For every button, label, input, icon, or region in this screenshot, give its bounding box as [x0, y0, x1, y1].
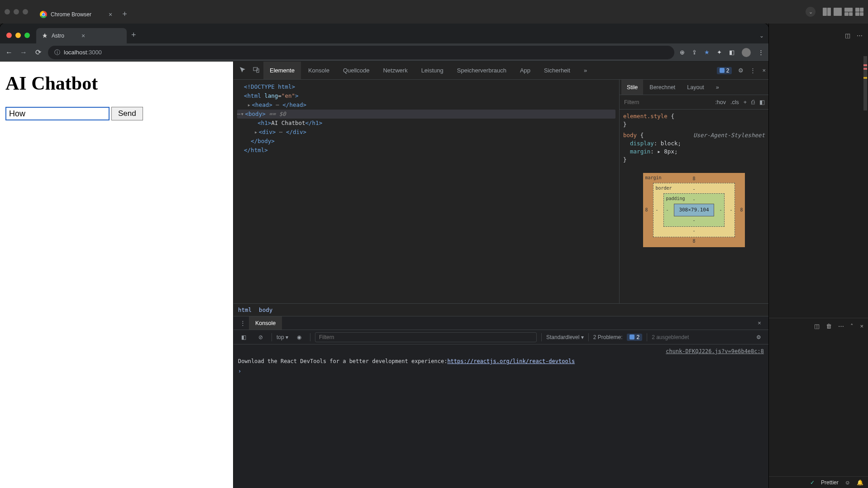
browser-window: Astro × + ⌄ ← → ⟳ ⓘ localhost:3000 ⊕ ⇪ ★… [0, 24, 768, 488]
window-max-icon[interactable] [24, 33, 30, 38]
dom-line[interactable]: <h1> [258, 120, 271, 126]
status-bell-icon[interactable]: 🔔 [857, 479, 863, 486]
console-settings-icon[interactable]: ⚙ [752, 334, 765, 340]
styles-tab-more[interactable]: » [711, 80, 725, 95]
minimap[interactable] [863, 56, 867, 192]
nav-back-button[interactable]: ← [5, 48, 14, 57]
live-expression-icon[interactable]: ◉ [293, 334, 305, 340]
browser-tab-active[interactable]: Astro × [36, 28, 127, 43]
profile-avatar-icon[interactable] [742, 48, 751, 57]
traffic-min-icon[interactable] [14, 9, 19, 14]
terminal-close-icon[interactable]: × [860, 323, 863, 330]
console-message-link[interactable]: https://reactjs.org/link/react-devtools [447, 357, 575, 365]
css-rule[interactable]: body [623, 132, 637, 139]
zoom-icon[interactable]: ⊕ [680, 49, 685, 56]
browser-tab-close-icon[interactable]: × [81, 32, 85, 39]
dom-line[interactable]: <head> [252, 101, 272, 108]
share-icon[interactable]: ⇪ [692, 49, 697, 56]
bookmark-icon[interactable]: ★ [704, 49, 710, 56]
dom-line[interactable]: </html> [244, 147, 268, 153]
terminal-up-icon[interactable]: ˄ [850, 323, 854, 330]
css-rule[interactable]: element.style [623, 113, 668, 120]
browser-tabs-chevron-icon[interactable]: ⌄ [759, 33, 764, 39]
terminal-trash-icon[interactable]: 🗑 [826, 323, 832, 330]
traffic-close-icon[interactable] [5, 9, 10, 14]
dom-tree[interactable]: <!DOCTYPE html> <html lang="en"> ▸<head>… [234, 80, 619, 303]
status-feedback-icon[interactable]: ☺ [845, 479, 850, 486]
window-min-icon[interactable] [15, 33, 21, 38]
console-filter-input[interactable] [315, 332, 537, 342]
console-prompt[interactable]: › [234, 366, 768, 376]
issues-badge[interactable]: 2 [717, 67, 732, 74]
send-button[interactable]: Send [111, 107, 143, 120]
tab-sources[interactable]: Quellcode [337, 62, 376, 79]
url-bar[interactable]: ⓘ localhost:3000 [48, 46, 674, 59]
tab-more[interactable]: » [577, 62, 593, 79]
sidepanel-icon[interactable]: ◧ [729, 49, 734, 56]
outer-account-chevron-icon[interactable]: ⌄ [806, 7, 816, 17]
layout-split-h-icon[interactable] [823, 8, 831, 16]
editor-layout-icon[interactable]: ◫ [845, 32, 850, 39]
console-sidebar-icon[interactable]: ◧ [237, 334, 250, 340]
cls-toggle[interactable]: .cls [730, 99, 739, 105]
layout-grid-icon[interactable] [855, 8, 863, 16]
breadcrumb-item[interactable]: html [238, 306, 252, 313]
traffic-max-icon[interactable] [23, 9, 28, 14]
nav-forward-button[interactable]: → [19, 48, 28, 57]
console-output[interactable]: chunk-DFKQJ226.js?v=9e6b4e8c:8 Download … [234, 344, 768, 488]
devtools-settings-icon[interactable]: ⚙ [738, 67, 744, 74]
dom-line[interactable]: <html [244, 92, 264, 99]
log-level-select[interactable]: Standardlevel ▾ [546, 334, 584, 340]
problems-badge[interactable]: 2 [627, 334, 642, 341]
status-prettier[interactable]: Prettier [821, 479, 839, 486]
nav-reload-button[interactable]: ⟳ [33, 48, 43, 57]
tab-network[interactable]: Netzwerk [377, 62, 414, 79]
extensions-icon[interactable]: ✦ [717, 49, 722, 56]
drawer-close-icon[interactable]: × [753, 320, 766, 326]
layout-single-icon[interactable] [834, 8, 842, 16]
console-context-select[interactable]: top ▾ [277, 334, 288, 340]
device-toolbar-icon[interactable] [250, 66, 262, 75]
outer-new-tab-button[interactable]: + [122, 10, 127, 19]
editor-more-icon[interactable]: ⋯ [857, 32, 863, 39]
dom-line-selected[interactable]: <body> [245, 110, 266, 117]
tab-console[interactable]: Konsole [302, 62, 336, 79]
styles-filter-input[interactable] [623, 99, 711, 106]
styles-panel-icon[interactable]: ◧ [759, 99, 765, 105]
styles-tab-styles[interactable]: Stile [621, 80, 643, 95]
dom-line[interactable]: </body> [251, 138, 275, 144]
chrome-logo-icon [40, 11, 47, 18]
drawer-tab-console[interactable]: Konsole [249, 316, 282, 330]
styles-tab-computed[interactable]: Berechnet [644, 80, 681, 95]
devtools-menu-icon[interactable]: ⋮ [750, 67, 756, 74]
terminal-split-icon[interactable]: ◫ [814, 323, 820, 330]
tab-elements[interactable]: Elemente [263, 62, 301, 79]
tab-application[interactable]: App [514, 62, 537, 79]
chat-input[interactable] [5, 107, 110, 120]
window-close-icon[interactable] [6, 33, 12, 38]
browser-menu-icon[interactable]: ⋮ [758, 49, 764, 56]
outer-tab-active[interactable]: Chrome Browser × [34, 7, 118, 22]
terminal-more-icon[interactable]: ⋯ [838, 323, 844, 330]
dom-line[interactable]: <!DOCTYPE html> [244, 83, 295, 90]
styles-print-icon[interactable]: ⎙ [751, 99, 755, 105]
tab-memory[interactable]: Speicherverbrauch [451, 62, 513, 79]
new-style-rule-icon[interactable]: + [744, 99, 747, 105]
breadcrumb-item[interactable]: body [259, 306, 272, 313]
css-rules[interactable]: element.style { } body { User-Agent-Styl… [620, 110, 768, 259]
styles-tab-layout[interactable]: Layout [682, 80, 710, 95]
dom-line[interactable]: <div> [259, 129, 276, 135]
hov-toggle[interactable]: :hov [715, 99, 726, 105]
devtools-close-icon[interactable]: × [762, 67, 766, 74]
box-model-diagram[interactable]: margin 8 8 8 8 border - - - [623, 164, 765, 256]
tab-performance[interactable]: Leistung [415, 62, 450, 79]
outer-tab-close-icon[interactable]: × [109, 11, 112, 18]
message-source-link[interactable]: chunk-DFKQJ226.js?v=9e6b4e8c:8 [666, 347, 764, 355]
inspect-element-icon[interactable] [236, 66, 249, 75]
console-clear-icon[interactable]: ⊘ [254, 334, 267, 340]
drawer-menu-icon[interactable]: ⋮ [236, 320, 249, 326]
layout-three-icon[interactable] [844, 8, 853, 16]
site-info-icon[interactable]: ⓘ [54, 48, 60, 57]
tab-security[interactable]: Sicherheit [538, 62, 577, 79]
browser-new-tab-button[interactable]: + [131, 30, 136, 40]
